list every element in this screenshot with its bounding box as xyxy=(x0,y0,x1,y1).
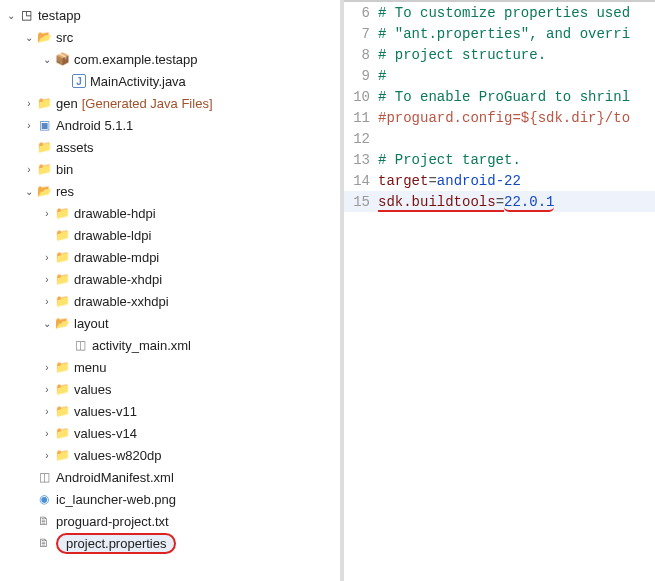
chevron-right-icon: › xyxy=(40,428,54,439)
tree-item-package[interactable]: ⌄ 📦 com.example.testapp xyxy=(4,48,340,70)
text-file-icon: 🗎 xyxy=(36,535,52,551)
tree-item-src[interactable]: ⌄ 📂 src xyxy=(4,26,340,48)
tree-item-project-properties[interactable]: 🗎 project.properties xyxy=(4,532,340,554)
tree-item-layout[interactable]: ⌄ 📂 layout xyxy=(4,312,340,334)
folder-closed-icon: 📁 xyxy=(36,161,52,177)
chevron-down-icon: ⌄ xyxy=(22,32,36,43)
project-tree-panel: ⌄ ◳ testapp ⌄ 📂 src ⌄ 📦 com.example.test… xyxy=(0,0,340,581)
tree-item-assets[interactable]: 📁 assets xyxy=(4,136,340,158)
tree-label: AndroidManifest.xml xyxy=(56,470,174,485)
tree-label: com.example.testapp xyxy=(74,52,198,67)
png-file-icon: ◉ xyxy=(36,491,52,507)
chevron-down-icon: ⌄ xyxy=(22,186,36,197)
tree-item-values-v14[interactable]: › 📁 values-v14 xyxy=(4,422,340,444)
chevron-right-icon: › xyxy=(40,362,54,373)
tree-item-drawable-xhdpi[interactable]: › 📁 drawable-xhdpi xyxy=(4,268,340,290)
folder-closed-icon: 📁 xyxy=(54,227,70,243)
tree-item-root[interactable]: ⌄ ◳ testapp xyxy=(4,4,340,26)
folder-open-icon: 📂 xyxy=(36,183,52,199)
package-icon: 📦 xyxy=(54,51,70,67)
tree-item-drawable-hdpi[interactable]: › 📁 drawable-hdpi xyxy=(4,202,340,224)
code-property: target=android-22 xyxy=(378,173,521,189)
tree-item-drawable-ldpi[interactable]: 📁 drawable-ldpi xyxy=(4,224,340,246)
chevron-down-icon: ⌄ xyxy=(40,54,54,65)
tree-label: assets xyxy=(56,140,94,155)
code-line: 12 xyxy=(344,128,655,149)
tree-label: MainActivity.java xyxy=(90,74,186,89)
folder-closed-icon: 📁 xyxy=(54,447,70,463)
tree-item-android-manifest[interactable]: ◫ AndroidManifest.xml xyxy=(4,466,340,488)
chevron-right-icon: › xyxy=(40,406,54,417)
tree-label: res xyxy=(56,184,74,199)
folder-closed-icon: 📁 xyxy=(36,95,52,111)
tree-item-drawable-mdpi[interactable]: › 📁 drawable-mdpi xyxy=(4,246,340,268)
folder-closed-icon: 📁 xyxy=(54,381,70,397)
code-line: 6 # To customize properties used xyxy=(344,2,655,23)
tree-label: values-v14 xyxy=(74,426,137,441)
chevron-right-icon: › xyxy=(40,384,54,395)
folder-closed-icon: 📁 xyxy=(54,425,70,441)
annotated-key: sdk.buildtools xyxy=(378,194,496,212)
line-number: 12 xyxy=(344,131,378,147)
folder-open-icon: 📂 xyxy=(54,315,70,331)
line-number: 6 xyxy=(344,5,378,21)
code-line: 10 # To enable ProGuard to shrinl xyxy=(344,86,655,107)
folder-closed-icon: 📁 xyxy=(54,249,70,265)
code-line: 7 # "ant.properties", and overri xyxy=(344,23,655,44)
folder-closed-icon: 📁 xyxy=(36,139,52,155)
android-library-icon: ▣ xyxy=(36,117,52,133)
tree-item-values-v11[interactable]: › 📁 values-v11 xyxy=(4,400,340,422)
tree-label: project.properties xyxy=(56,533,176,554)
tree-label: drawable-xxhdpi xyxy=(74,294,169,309)
tree-item-main-activity[interactable]: J MainActivity.java xyxy=(4,70,340,92)
tree-item-android-lib[interactable]: › ▣ Android 5.1.1 xyxy=(4,114,340,136)
chevron-right-icon: › xyxy=(22,98,36,109)
tree-label: menu xyxy=(74,360,107,375)
tree-label-suffix: [Generated Java Files] xyxy=(82,96,213,111)
chevron-down-icon: ⌄ xyxy=(40,318,54,329)
folder-closed-icon: 📁 xyxy=(54,403,70,419)
tree-label: bin xyxy=(56,162,73,177)
tree-item-ic-launcher[interactable]: ◉ ic_launcher-web.png xyxy=(4,488,340,510)
tree-item-drawable-xxhdpi[interactable]: › 📁 drawable-xxhdpi xyxy=(4,290,340,312)
line-number: 9 xyxy=(344,68,378,84)
code-line: 11 #proguard.config=${sdk.dir}/to xyxy=(344,107,655,128)
tree-label: gen xyxy=(56,96,78,111)
tree-item-values-w820dp[interactable]: › 📁 values-w820dp xyxy=(4,444,340,466)
tree-item-gen[interactable]: › 📁 gen [Generated Java Files] xyxy=(4,92,340,114)
tree-label: proguard-project.txt xyxy=(56,514,169,529)
folder-closed-icon: 📁 xyxy=(54,359,70,375)
line-number: 14 xyxy=(344,173,378,189)
code-comment: # project structure. xyxy=(378,47,546,63)
code-line: 9 # xyxy=(344,65,655,86)
tree-label: values xyxy=(74,382,112,397)
tree-item-res[interactable]: ⌄ 📂 res xyxy=(4,180,340,202)
tree-label: values-w820dp xyxy=(74,448,161,463)
xml-file-icon: ◫ xyxy=(36,469,52,485)
chevron-right-icon: › xyxy=(22,164,36,175)
code-directive: #proguard.config=${sdk.dir}/to xyxy=(378,110,630,126)
line-number: 10 xyxy=(344,89,378,105)
text-file-icon: 🗎 xyxy=(36,513,52,529)
tree-label: Android 5.1.1 xyxy=(56,118,133,133)
tree-item-proguard-project[interactable]: 🗎 proguard-project.txt xyxy=(4,510,340,532)
tree-item-bin[interactable]: › 📁 bin xyxy=(4,158,340,180)
chevron-right-icon: › xyxy=(40,450,54,461)
folder-closed-icon: 📁 xyxy=(54,205,70,221)
tree-label: testapp xyxy=(38,8,81,23)
chevron-down-icon: ⌄ xyxy=(4,10,18,21)
tree-item-values[interactable]: › 📁 values xyxy=(4,378,340,400)
horizontal-scrollbar[interactable] xyxy=(344,0,655,2)
tree-item-menu[interactable]: › 📁 menu xyxy=(4,356,340,378)
xml-file-icon: ◫ xyxy=(72,337,88,353)
folder-closed-icon: 📁 xyxy=(54,293,70,309)
tree-label: src xyxy=(56,30,73,45)
code-editor[interactable]: 6 # To customize properties used 7 # "an… xyxy=(344,0,655,581)
folder-closed-icon: 📁 xyxy=(54,271,70,287)
chevron-right-icon: › xyxy=(40,296,54,307)
chevron-right-icon: › xyxy=(40,208,54,219)
code-line-current: 15 sdk.buildtools=22.0.1 xyxy=(344,191,655,212)
tree-item-activity-main[interactable]: ◫ activity_main.xml xyxy=(4,334,340,356)
line-number: 11 xyxy=(344,110,378,126)
code-comment: # xyxy=(378,68,386,84)
